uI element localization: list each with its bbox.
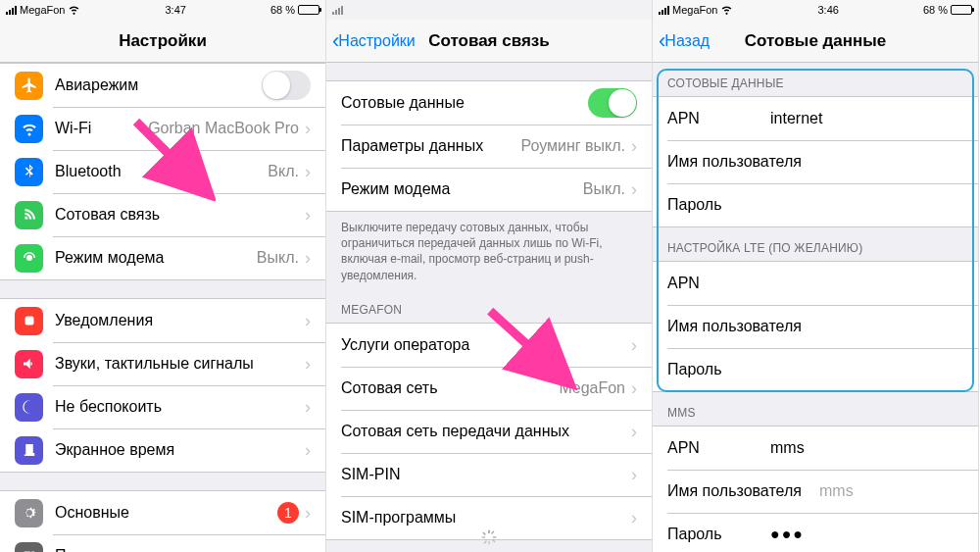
row-username[interactable]: Имя пользователя: [653, 140, 978, 183]
chevron-right-icon: ›: [305, 547, 311, 552]
row-lte-apn[interactable]: APN: [653, 262, 978, 305]
apn-value[interactable]: mms: [770, 439, 805, 457]
signal-icon: [332, 6, 343, 15]
chevron-right-icon: ›: [631, 180, 637, 198]
cellular-list[interactable]: Сотовые данные Параметры данных Роуминг …: [326, 63, 652, 552]
row-sounds[interactable]: Звуки, тактильные сигналы ›: [0, 342, 325, 385]
chevron-right-icon: ›: [631, 423, 637, 440]
row-label: Bluetooth: [55, 163, 268, 180]
status-bar: MegaFon 3:46 68 %: [653, 0, 978, 20]
chevron-right-icon: ›: [305, 163, 311, 180]
wifi-icon: [720, 3, 733, 18]
row-control-center[interactable]: Пункт управления ›: [0, 534, 325, 552]
group-header: СОТОВЫЕ ДАННЫЕ: [653, 63, 978, 96]
battery-label: 68 %: [923, 4, 948, 16]
svg-rect-10: [483, 540, 487, 544]
nav-header: ‹ Назад Сотовые данные: [653, 20, 978, 63]
row-label: SIM-программы: [341, 509, 631, 527]
settings-list[interactable]: Авиарежим Wi-Fi Gorban MacBook Pro › Blu…: [0, 63, 325, 552]
row-notifications[interactable]: Уведомления ›: [0, 299, 325, 342]
row-label: Звуки, тактильные сигналы: [55, 355, 305, 373]
row-label: Сотовые данные: [341, 94, 588, 112]
row-screentime[interactable]: Экранное время ›: [0, 428, 325, 472]
signal-icon: [6, 6, 17, 15]
row-carrier-services[interactable]: Услуги оператора ›: [326, 324, 652, 367]
row-mms-password[interactable]: Пароль ●●●: [653, 513, 978, 552]
group-footer: Выключите передачу сотовых данных, чтобы…: [326, 212, 652, 289]
row-label: APN: [667, 275, 963, 292]
back-button[interactable]: ‹ Настройки: [332, 20, 416, 62]
back-label: Назад: [664, 32, 710, 50]
svg-rect-5: [482, 536, 486, 538]
hotspot-icon: [15, 244, 43, 273]
loading-spinner-icon: [480, 528, 498, 546]
row-label: Режим модема: [341, 180, 583, 198]
row-label: Параметры данных: [341, 137, 520, 155]
svg-rect-7: [482, 531, 486, 535]
dnd-icon: [15, 393, 43, 422]
row-value: Вкл.: [268, 163, 299, 180]
row-cellular[interactable]: Сотовая связь ›: [0, 193, 325, 236]
row-mms-apn[interactable]: APN mms: [653, 427, 978, 470]
row-value: Выкл.: [257, 249, 299, 267]
back-button[interactable]: ‹ Назад: [659, 20, 710, 62]
airplane-icon: [15, 72, 43, 100]
apn-value[interactable]: internet: [770, 110, 822, 127]
row-network[interactable]: Сотовая сеть MegaFon ›: [326, 367, 652, 410]
gear-icon: [15, 499, 43, 527]
battery-label: 68 %: [270, 4, 295, 16]
svg-rect-0: [24, 317, 33, 326]
row-label: Авиарежим: [55, 76, 262, 94]
row-label: Не беспокоить: [55, 398, 305, 416]
row-bluetooth[interactable]: Bluetooth Вкл. ›: [0, 150, 325, 193]
row-sim-pin[interactable]: SIM-PIN ›: [326, 453, 652, 496]
row-label: Уведомления: [55, 312, 305, 329]
row-apn[interactable]: APN internet: [653, 97, 978, 140]
group-header: MEGAFON: [326, 289, 652, 323]
chevron-right-icon: ›: [631, 509, 637, 527]
wifi-icon: [68, 3, 80, 18]
screentime-icon: [15, 436, 43, 465]
cell-data-toggle[interactable]: [588, 88, 637, 118]
row-lte-username[interactable]: Имя пользователя: [653, 305, 978, 348]
airplane-toggle[interactable]: [262, 71, 311, 100]
row-label: Пароль: [667, 361, 963, 378]
row-cell-data[interactable]: Сотовые данные: [326, 81, 652, 125]
svg-rect-8: [492, 539, 496, 543]
chevron-right-icon: ›: [631, 379, 637, 397]
row-airplane[interactable]: Авиарежим: [0, 64, 325, 107]
svg-rect-3: [488, 530, 490, 534]
row-value: Выкл.: [583, 180, 625, 198]
battery-icon: [298, 5, 319, 15]
row-data-network[interactable]: Сотовая сеть передачи данных ›: [326, 410, 652, 453]
chevron-right-icon: ›: [305, 249, 311, 267]
battery-icon: [951, 5, 972, 15]
screen-settings: MegaFon 3:47 68 % Настройки Авиарежим: [0, 0, 326, 552]
cellular-icon: [15, 201, 43, 229]
chevron-right-icon: ›: [305, 398, 311, 416]
apn-value[interactable]: mms: [819, 482, 854, 500]
nav-header: ‹ Настройки Сотовая связь: [326, 20, 652, 63]
chevron-right-icon: ›: [305, 206, 311, 224]
nav-header: Настройки: [0, 20, 325, 63]
row-password[interactable]: Пароль: [653, 183, 978, 226]
chevron-right-icon: ›: [631, 137, 637, 155]
status-bar: MegaFon 3:47 68 %: [0, 0, 325, 20]
row-data-options[interactable]: Параметры данных Роуминг выкл. ›: [326, 125, 652, 168]
row-lte-password[interactable]: Пароль: [653, 348, 978, 391]
row-dnd[interactable]: Не беспокоить ›: [0, 385, 325, 428]
page-title: Сотовые данные: [745, 31, 887, 51]
status-time: 3:46: [817, 4, 838, 16]
apn-list[interactable]: СОТОВЫЕ ДАННЫЕ APN internet Имя пользова…: [653, 63, 978, 552]
svg-rect-9: [491, 530, 495, 534]
svg-rect-6: [493, 536, 497, 538]
row-wifi[interactable]: Wi-Fi Gorban MacBook Pro ›: [0, 107, 325, 150]
chevron-right-icon: ›: [305, 355, 311, 373]
row-value: MegaFon: [559, 379, 625, 397]
row-hotspot[interactable]: Режим модема Выкл. ›: [0, 236, 325, 279]
row-mms-username[interactable]: Имя пользователя mms: [653, 470, 978, 513]
apn-value[interactable]: ●●●: [770, 526, 805, 543]
row-general[interactable]: Основные 1 ›: [0, 491, 325, 534]
row-hotspot[interactable]: Режим модема Выкл. ›: [326, 168, 652, 211]
notifications-icon: [15, 307, 43, 335]
